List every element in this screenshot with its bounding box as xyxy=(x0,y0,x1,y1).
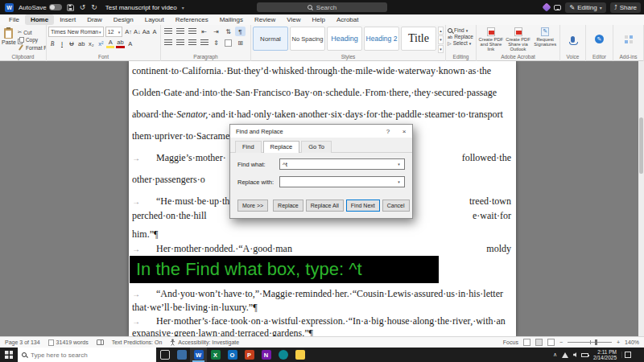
redo-icon[interactable]: ↻ xyxy=(91,4,97,11)
undo-icon[interactable]: ↺ xyxy=(80,4,86,11)
taskbar-file-explorer-icon[interactable] xyxy=(291,348,308,362)
zoom-level[interactable]: 140% xyxy=(625,339,639,345)
dialog-tab[interactable]: Replace xyxy=(263,141,300,153)
editor-icon[interactable]: ✎ xyxy=(595,35,604,43)
taskbar-task-view-icon[interactable] xyxy=(156,348,173,362)
taskbar-mail-icon[interactable] xyxy=(173,348,190,362)
font-format-button[interactable]: I xyxy=(58,39,66,48)
style-item[interactable]: Title xyxy=(401,27,436,51)
font-format-button[interactable]: x² xyxy=(97,39,105,48)
taskbar-powerpoint-icon[interactable]: P xyxy=(241,348,258,362)
title-chevron-icon[interactable]: ▾ xyxy=(182,5,184,10)
font-format-button[interactable]: ab xyxy=(116,39,124,48)
font-format-button[interactable]: A xyxy=(126,39,134,48)
ribbon-tab[interactable]: Acrobat xyxy=(331,14,365,25)
multilevel-list-icon[interactable] xyxy=(187,27,197,36)
font-format-button[interactable]: ab xyxy=(77,39,85,48)
zoom-out-icon[interactable]: − xyxy=(559,339,563,345)
focus-button[interactable]: Focus xyxy=(503,339,518,345)
chevron-down-icon[interactable]: ▾ xyxy=(394,179,404,184)
shading-icon[interactable] xyxy=(223,38,233,47)
word-count[interactable]: 31419 words xyxy=(48,339,89,346)
font-tool-button[interactable]: A↓ xyxy=(133,27,142,37)
style-item[interactable]: Normal xyxy=(253,27,288,51)
page-count[interactable]: Page 3 of 134 xyxy=(5,339,40,345)
taskbar-edge-icon[interactable] xyxy=(275,348,291,362)
font-tool-button[interactable]: Aa xyxy=(142,27,151,37)
ribbon-tab[interactable]: Review xyxy=(249,14,281,25)
dictate-microphone-icon[interactable] xyxy=(571,36,575,43)
select-button[interactable]: ▷Select▾ xyxy=(448,40,474,46)
dialog-help-icon[interactable]: ? xyxy=(380,125,396,138)
proofing-status[interactable] xyxy=(97,339,104,345)
text-predictions[interactable]: Text Predictions: On xyxy=(112,339,163,345)
taskbar-word-icon[interactable]: W xyxy=(190,348,207,362)
font-tool-button[interactable]: A↑ xyxy=(124,27,133,37)
font-size-combo[interactable]: 12▾ xyxy=(105,27,123,37)
taskbar-search[interactable] xyxy=(18,348,156,362)
taskbar-excel-icon[interactable]: X xyxy=(207,348,224,362)
font-format-button[interactable]: B xyxy=(48,39,56,48)
autosave-toggle[interactable]: AutoSave xyxy=(19,4,62,11)
autosave-switch-icon[interactable] xyxy=(49,4,62,10)
ribbon-tab[interactable]: Home xyxy=(25,14,54,25)
justify-icon[interactable] xyxy=(199,38,209,47)
vertical-scrollbar[interactable] xyxy=(638,61,644,336)
copy-button[interactable]: Copy xyxy=(18,37,46,43)
ribbon-tab[interactable]: File xyxy=(3,14,25,25)
font-tool-button[interactable]: A xyxy=(151,27,159,37)
dialog-tab[interactable]: Find xyxy=(235,141,262,153)
ribbon-tab[interactable]: Mailings xyxy=(214,14,249,25)
search-box[interactable]: Search xyxy=(257,2,387,12)
taskbar-onenote-icon[interactable]: N xyxy=(258,348,275,362)
network-icon[interactable] xyxy=(562,352,568,358)
align-center-icon[interactable] xyxy=(175,38,185,47)
find-button[interactable]: Find▾ xyxy=(448,27,474,33)
ribbon-tab[interactable]: View xyxy=(281,14,306,25)
more-button[interactable]: More >> xyxy=(237,200,268,212)
taskbar-clock[interactable]: 2:11 PM 2/14/2025 xyxy=(593,349,617,361)
decrease-indent-icon[interactable]: ⇤ xyxy=(199,27,209,36)
taskbar-outlook-icon[interactable]: O xyxy=(224,348,241,362)
editing-mode-button[interactable]: ✎ Editing ▾ xyxy=(565,2,605,13)
line-spacing-icon[interactable]: ⇕ xyxy=(211,38,221,47)
gallery-more-icon[interactable]: ▾ xyxy=(438,45,444,53)
ribbon-tab[interactable]: Layout xyxy=(139,14,170,25)
replace-button[interactable]: Replace xyxy=(273,200,303,212)
bullet-list-icon[interactable] xyxy=(163,27,173,36)
dialog-close-icon[interactable]: × xyxy=(396,125,412,138)
share-button[interactable]: ⤴ Share xyxy=(610,2,641,13)
volume-icon[interactable] xyxy=(573,352,576,357)
ribbon-tab[interactable]: Design xyxy=(108,14,139,25)
gallery-down-icon[interactable]: ▾ xyxy=(438,35,444,43)
comments-icon[interactable] xyxy=(554,5,561,10)
start-button[interactable] xyxy=(0,348,18,362)
replace-button[interactable]: abReplace xyxy=(448,34,474,39)
font-format-button[interactable]: A xyxy=(106,39,114,48)
align-left-icon[interactable] xyxy=(163,38,173,47)
action-center-button[interactable] xyxy=(621,352,633,358)
zoom-slider-thumb[interactable] xyxy=(595,339,597,345)
font-name-combo[interactable]: Times New Roman▾ xyxy=(48,27,104,37)
format-painter-button[interactable]: Format Painter xyxy=(18,44,46,51)
addins-icon[interactable] xyxy=(625,35,633,43)
paste-button[interactable]: Paste xyxy=(2,27,16,53)
read-mode-icon[interactable] xyxy=(523,339,530,346)
find-next-button[interactable]: Find Next xyxy=(346,200,380,212)
replace-with-input[interactable]: ▾ xyxy=(279,176,405,187)
web-layout-icon[interactable] xyxy=(547,339,555,346)
font-format-button[interactable]: U xyxy=(68,39,76,48)
tray-expand-icon[interactable]: ∧ xyxy=(553,352,557,358)
dialog-title-bar[interactable]: Find and Replace ? × xyxy=(230,125,412,138)
style-item[interactable]: Heading xyxy=(327,27,362,51)
style-item[interactable]: Heading 2 xyxy=(364,27,399,51)
zoom-slider[interactable] xyxy=(568,342,612,343)
show-paragraph-marks-icon[interactable]: ¶ xyxy=(235,27,246,36)
create-pdf-share-link-button[interactable]: Create PDF and Share link xyxy=(478,27,504,53)
dialog-tab[interactable]: Go To xyxy=(301,141,332,153)
ribbon-tab[interactable]: Insert xyxy=(54,14,81,25)
style-item[interactable]: No Spacing xyxy=(290,27,325,51)
zoom-in-icon[interactable]: + xyxy=(617,339,620,345)
taskbar-search-input[interactable] xyxy=(31,352,135,359)
create-pdf-outlook-button[interactable]: Create PDF Share via Outlook xyxy=(506,27,531,53)
